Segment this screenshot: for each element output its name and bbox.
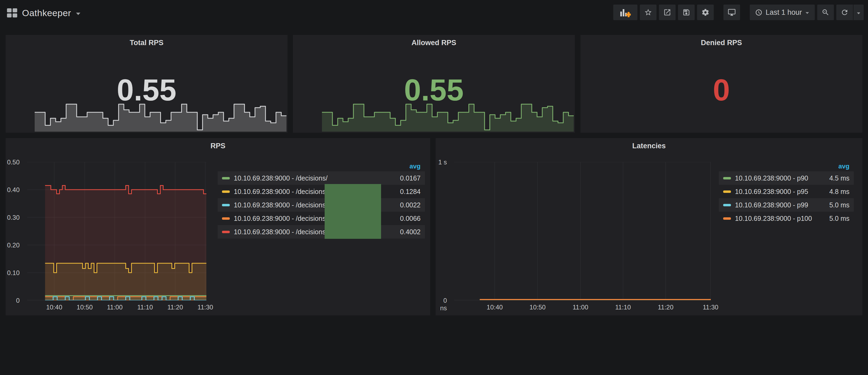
series-avg-value: 0.1284 bbox=[385, 188, 421, 195]
save-button[interactable] bbox=[678, 5, 695, 20]
x-tick-label: 11:00 bbox=[567, 304, 594, 311]
legend-avg-header[interactable]: avg bbox=[218, 161, 425, 171]
panel-title[interactable]: Allowed RPS bbox=[293, 39, 575, 47]
series-color-swatch bbox=[723, 190, 731, 193]
legend-avg-header[interactable]: avg bbox=[719, 161, 854, 171]
series-color-swatch bbox=[222, 177, 230, 180]
green-overlay bbox=[324, 184, 381, 239]
time-range-label: Last 1 hour bbox=[766, 8, 802, 17]
series-label: 10.10.69.238:9000 - p95 bbox=[735, 188, 814, 195]
chevron-down-icon[interactable] bbox=[76, 12, 80, 15]
legend-row[interactable]: 10.10.69.238:9000 - p95 4.8 ms bbox=[719, 185, 854, 198]
y-tick-label: 0.20 bbox=[6, 242, 20, 249]
panel-latencies: Latencies 0 ns1 s 10:4010:5011:0011:1011… bbox=[436, 138, 862, 315]
refresh-button[interactable] bbox=[836, 5, 853, 20]
y-tick-label: 1 s bbox=[436, 158, 447, 166]
add-panel-icon bbox=[620, 7, 631, 17]
share-icon bbox=[663, 8, 671, 17]
y-axis: 0 ns1 s bbox=[436, 162, 451, 300]
plot-area[interactable] bbox=[27, 162, 206, 300]
y-tick-label: 0.50 bbox=[6, 158, 20, 166]
x-tick-label: 10:50 bbox=[524, 304, 551, 311]
x-tick-label: 11:10 bbox=[132, 304, 159, 311]
x-axis: 10:4010:5011:0011:1011:2011:30 bbox=[27, 304, 206, 312]
series-avg-value: 4.8 ms bbox=[814, 188, 849, 195]
refresh-button-group bbox=[836, 5, 864, 20]
zoom-out-icon bbox=[822, 8, 830, 17]
series-color-swatch bbox=[723, 217, 731, 220]
series-color-swatch bbox=[222, 217, 230, 220]
legend-row[interactable]: 10.10.69.238:9000 - p90 4.5 ms bbox=[719, 171, 854, 185]
legend-row[interactable]: 10.10.69.238:9000 - /decisions/ 0.1284 bbox=[218, 185, 425, 198]
y-axis: 00.100.200.300.400.50 bbox=[6, 162, 23, 300]
clock-icon bbox=[755, 9, 763, 16]
total-rps-value: 0.55 bbox=[6, 75, 287, 105]
add-panel-button[interactable] bbox=[613, 5, 638, 20]
series-avg-value: 0.0167 bbox=[385, 174, 421, 182]
plot-area[interactable] bbox=[454, 162, 711, 300]
series-color-swatch bbox=[723, 177, 731, 180]
series-avg-value: 5.0 ms bbox=[814, 201, 849, 209]
series-avg-value: 0.0066 bbox=[385, 215, 421, 222]
settings-button[interactable] bbox=[697, 5, 714, 20]
zoom-out-button[interactable] bbox=[817, 5, 834, 20]
series-label: 10.10.69.238:9000 - p90 bbox=[735, 174, 814, 182]
panel-rps: RPS 00.100.200.300.400.50 10:4010:5011:0… bbox=[6, 138, 430, 315]
panel-total-rps: Total RPS 0.55 bbox=[6, 35, 287, 133]
time-range-picker[interactable]: Last 1 hour bbox=[750, 5, 815, 20]
x-tick-label: 10:50 bbox=[71, 304, 98, 311]
x-tick-label: 11:30 bbox=[192, 304, 219, 311]
dashboard-header: Oathkeeper Last 1 hour bbox=[0, 0, 868, 26]
panel-denied-rps: Denied RPS 0 bbox=[581, 35, 862, 133]
x-tick-label: 11:10 bbox=[610, 304, 637, 311]
allowed-rps-value: 0.55 bbox=[293, 75, 575, 105]
dashboards-grid-icon[interactable] bbox=[7, 8, 17, 18]
refresh-icon bbox=[841, 8, 849, 17]
x-tick-label: 11:20 bbox=[652, 304, 679, 311]
y-tick-label: 0.30 bbox=[6, 214, 20, 221]
legend-row[interactable]: 10.10.69.238:9000 - /decisions/ 0.0167 bbox=[218, 171, 425, 185]
save-icon bbox=[682, 8, 690, 17]
series-avg-value: 0.0022 bbox=[385, 201, 421, 209]
dashboard-title[interactable]: Oathkeeper bbox=[22, 8, 71, 18]
legend-row[interactable]: 10.10.69.238:9000 - p99 5.0 ms bbox=[719, 198, 854, 212]
gear-icon bbox=[702, 8, 709, 17]
monitor-icon bbox=[728, 8, 736, 17]
y-tick-label: 0 ns bbox=[436, 297, 447, 312]
share-button[interactable] bbox=[659, 5, 676, 20]
y-tick-label: 0.10 bbox=[6, 269, 20, 277]
panel-allowed-rps: Allowed RPS 0.55 bbox=[293, 35, 575, 133]
y-tick-label: 0 bbox=[6, 297, 20, 304]
refresh-interval-button[interactable] bbox=[853, 5, 864, 20]
dashboard-toolbar: Last 1 hour bbox=[613, 5, 864, 20]
legend-row[interactable]: 10.10.69.238:9000 - /decisions/ 0.0066 bbox=[218, 212, 425, 225]
x-tick-label: 11:20 bbox=[162, 304, 189, 311]
legend-row[interactable]: 10.10.69.238:9000 - p100 5.0 ms bbox=[719, 212, 854, 225]
cycle-view-button[interactable] bbox=[723, 5, 740, 20]
series-color-swatch bbox=[222, 190, 230, 193]
rps-legend: avg 10.10.69.238:9000 - /decisions/ 0.01… bbox=[218, 161, 425, 239]
legend-row[interactable]: 10.10.69.238:9000 - /decisions/ 0.4002 bbox=[218, 225, 425, 239]
x-tick-label: 11:30 bbox=[697, 304, 724, 311]
chevron-down-icon bbox=[857, 12, 860, 14]
x-tick-label: 10:40 bbox=[481, 304, 508, 311]
panel-title[interactable]: Denied RPS bbox=[581, 39, 862, 47]
star-button[interactable] bbox=[640, 5, 656, 20]
denied-rps-value: 0 bbox=[581, 75, 862, 105]
y-tick-label: 0.40 bbox=[6, 186, 20, 194]
series-avg-value: 0.4002 bbox=[385, 228, 421, 236]
series-color-swatch bbox=[723, 204, 731, 206]
star-icon bbox=[644, 8, 652, 17]
series-label: 10.10.69.238:9000 - p100 bbox=[735, 215, 814, 222]
series-color-swatch bbox=[222, 231, 230, 233]
chevron-down-icon bbox=[806, 12, 809, 14]
x-tick-label: 11:00 bbox=[101, 304, 128, 311]
series-label: 10.10.69.238:9000 - /decisions/ bbox=[234, 174, 385, 182]
x-axis: 10:4010:5011:0011:1011:2011:30 bbox=[454, 304, 711, 312]
panel-title[interactable]: Total RPS bbox=[6, 39, 287, 47]
series-label: 10.10.69.238:9000 - p99 bbox=[735, 201, 814, 209]
series-avg-value: 5.0 ms bbox=[814, 215, 849, 222]
series-color-swatch bbox=[222, 204, 230, 206]
series-avg-value: 4.5 ms bbox=[814, 174, 849, 182]
legend-row[interactable]: 10.10.69.238:9000 - /decisions/ 0.0022 bbox=[218, 198, 425, 212]
